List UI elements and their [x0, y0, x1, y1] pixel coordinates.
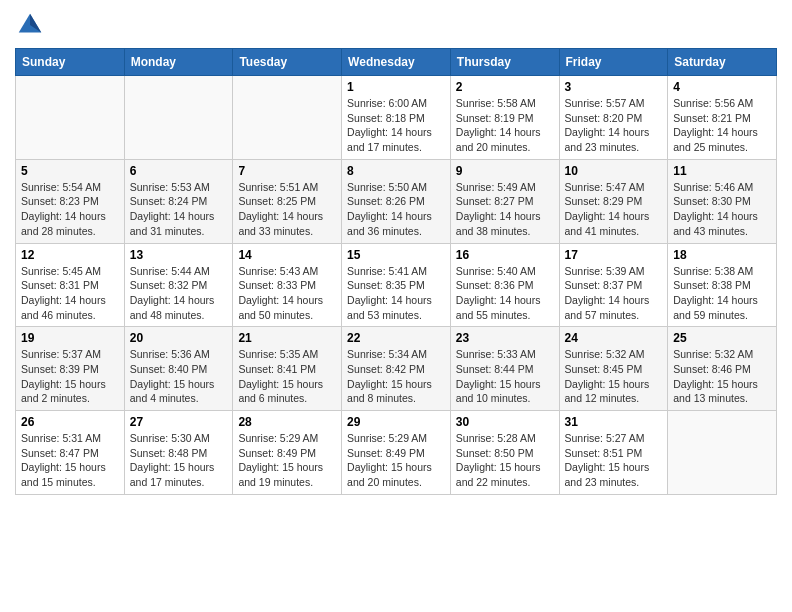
- day-info: Sunrise: 5:45 AM Sunset: 8:31 PM Dayligh…: [21, 264, 119, 323]
- calendar-cell: [16, 76, 125, 160]
- calendar-cell: 16Sunrise: 5:40 AM Sunset: 8:36 PM Dayli…: [450, 243, 559, 327]
- calendar-cell: 20Sunrise: 5:36 AM Sunset: 8:40 PM Dayli…: [124, 327, 233, 411]
- calendar-cell: 6Sunrise: 5:53 AM Sunset: 8:24 PM Daylig…: [124, 159, 233, 243]
- day-number: 1: [347, 80, 445, 94]
- week-row-2: 5Sunrise: 5:54 AM Sunset: 8:23 PM Daylig…: [16, 159, 777, 243]
- day-info: Sunrise: 5:43 AM Sunset: 8:33 PM Dayligh…: [238, 264, 336, 323]
- calendar-cell: 19Sunrise: 5:37 AM Sunset: 8:39 PM Dayli…: [16, 327, 125, 411]
- page-header: [15, 10, 777, 40]
- header-tuesday: Tuesday: [233, 49, 342, 76]
- day-info: Sunrise: 6:00 AM Sunset: 8:18 PM Dayligh…: [347, 96, 445, 155]
- day-number: 2: [456, 80, 554, 94]
- day-info: Sunrise: 5:56 AM Sunset: 8:21 PM Dayligh…: [673, 96, 771, 155]
- day-number: 9: [456, 164, 554, 178]
- day-number: 29: [347, 415, 445, 429]
- day-info: Sunrise: 5:57 AM Sunset: 8:20 PM Dayligh…: [565, 96, 663, 155]
- week-row-3: 12Sunrise: 5:45 AM Sunset: 8:31 PM Dayli…: [16, 243, 777, 327]
- day-number: 31: [565, 415, 663, 429]
- day-number: 8: [347, 164, 445, 178]
- day-number: 15: [347, 248, 445, 262]
- day-number: 6: [130, 164, 228, 178]
- day-info: Sunrise: 5:47 AM Sunset: 8:29 PM Dayligh…: [565, 180, 663, 239]
- calendar-cell: 26Sunrise: 5:31 AM Sunset: 8:47 PM Dayli…: [16, 411, 125, 495]
- calendar-cell: 17Sunrise: 5:39 AM Sunset: 8:37 PM Dayli…: [559, 243, 668, 327]
- calendar-cell: 31Sunrise: 5:27 AM Sunset: 8:51 PM Dayli…: [559, 411, 668, 495]
- day-number: 21: [238, 331, 336, 345]
- day-number: 14: [238, 248, 336, 262]
- calendar-cell: 22Sunrise: 5:34 AM Sunset: 8:42 PM Dayli…: [342, 327, 451, 411]
- day-number: 7: [238, 164, 336, 178]
- day-info: Sunrise: 5:50 AM Sunset: 8:26 PM Dayligh…: [347, 180, 445, 239]
- calendar-cell: 21Sunrise: 5:35 AM Sunset: 8:41 PM Dayli…: [233, 327, 342, 411]
- calendar-cell: 11Sunrise: 5:46 AM Sunset: 8:30 PM Dayli…: [668, 159, 777, 243]
- day-number: 16: [456, 248, 554, 262]
- logo-icon: [15, 10, 45, 40]
- day-info: Sunrise: 5:53 AM Sunset: 8:24 PM Dayligh…: [130, 180, 228, 239]
- day-info: Sunrise: 5:32 AM Sunset: 8:45 PM Dayligh…: [565, 347, 663, 406]
- calendar-cell: 9Sunrise: 5:49 AM Sunset: 8:27 PM Daylig…: [450, 159, 559, 243]
- week-row-5: 26Sunrise: 5:31 AM Sunset: 8:47 PM Dayli…: [16, 411, 777, 495]
- day-number: 4: [673, 80, 771, 94]
- calendar-cell: 3Sunrise: 5:57 AM Sunset: 8:20 PM Daylig…: [559, 76, 668, 160]
- day-info: Sunrise: 5:31 AM Sunset: 8:47 PM Dayligh…: [21, 431, 119, 490]
- calendar-cell: 10Sunrise: 5:47 AM Sunset: 8:29 PM Dayli…: [559, 159, 668, 243]
- day-number: 25: [673, 331, 771, 345]
- day-number: 30: [456, 415, 554, 429]
- day-info: Sunrise: 5:39 AM Sunset: 8:37 PM Dayligh…: [565, 264, 663, 323]
- day-info: Sunrise: 5:41 AM Sunset: 8:35 PM Dayligh…: [347, 264, 445, 323]
- header-sunday: Sunday: [16, 49, 125, 76]
- calendar-cell: 15Sunrise: 5:41 AM Sunset: 8:35 PM Dayli…: [342, 243, 451, 327]
- day-info: Sunrise: 5:34 AM Sunset: 8:42 PM Dayligh…: [347, 347, 445, 406]
- calendar-cell: 1Sunrise: 6:00 AM Sunset: 8:18 PM Daylig…: [342, 76, 451, 160]
- day-number: 26: [21, 415, 119, 429]
- day-number: 13: [130, 248, 228, 262]
- day-info: Sunrise: 5:29 AM Sunset: 8:49 PM Dayligh…: [238, 431, 336, 490]
- calendar-cell: 24Sunrise: 5:32 AM Sunset: 8:45 PM Dayli…: [559, 327, 668, 411]
- calendar-cell: 7Sunrise: 5:51 AM Sunset: 8:25 PM Daylig…: [233, 159, 342, 243]
- calendar-cell: 13Sunrise: 5:44 AM Sunset: 8:32 PM Dayli…: [124, 243, 233, 327]
- day-info: Sunrise: 5:29 AM Sunset: 8:49 PM Dayligh…: [347, 431, 445, 490]
- header-friday: Friday: [559, 49, 668, 76]
- header-thursday: Thursday: [450, 49, 559, 76]
- calendar-cell: 14Sunrise: 5:43 AM Sunset: 8:33 PM Dayli…: [233, 243, 342, 327]
- calendar-cell: 25Sunrise: 5:32 AM Sunset: 8:46 PM Dayli…: [668, 327, 777, 411]
- day-info: Sunrise: 5:30 AM Sunset: 8:48 PM Dayligh…: [130, 431, 228, 490]
- day-info: Sunrise: 5:35 AM Sunset: 8:41 PM Dayligh…: [238, 347, 336, 406]
- week-row-4: 19Sunrise: 5:37 AM Sunset: 8:39 PM Dayli…: [16, 327, 777, 411]
- calendar-cell: 18Sunrise: 5:38 AM Sunset: 8:38 PM Dayli…: [668, 243, 777, 327]
- week-row-1: 1Sunrise: 6:00 AM Sunset: 8:18 PM Daylig…: [16, 76, 777, 160]
- calendar-cell: [668, 411, 777, 495]
- calendar-cell: 12Sunrise: 5:45 AM Sunset: 8:31 PM Dayli…: [16, 243, 125, 327]
- day-number: 11: [673, 164, 771, 178]
- day-info: Sunrise: 5:51 AM Sunset: 8:25 PM Dayligh…: [238, 180, 336, 239]
- logo: [15, 10, 49, 40]
- calendar-cell: 4Sunrise: 5:56 AM Sunset: 8:21 PM Daylig…: [668, 76, 777, 160]
- calendar-cell: 27Sunrise: 5:30 AM Sunset: 8:48 PM Dayli…: [124, 411, 233, 495]
- day-number: 10: [565, 164, 663, 178]
- day-info: Sunrise: 5:58 AM Sunset: 8:19 PM Dayligh…: [456, 96, 554, 155]
- day-info: Sunrise: 5:44 AM Sunset: 8:32 PM Dayligh…: [130, 264, 228, 323]
- day-number: 28: [238, 415, 336, 429]
- calendar-cell: [124, 76, 233, 160]
- day-info: Sunrise: 5:40 AM Sunset: 8:36 PM Dayligh…: [456, 264, 554, 323]
- day-info: Sunrise: 5:33 AM Sunset: 8:44 PM Dayligh…: [456, 347, 554, 406]
- calendar-cell: 2Sunrise: 5:58 AM Sunset: 8:19 PM Daylig…: [450, 76, 559, 160]
- day-number: 3: [565, 80, 663, 94]
- day-number: 27: [130, 415, 228, 429]
- day-info: Sunrise: 5:38 AM Sunset: 8:38 PM Dayligh…: [673, 264, 771, 323]
- day-number: 22: [347, 331, 445, 345]
- day-number: 24: [565, 331, 663, 345]
- calendar-table: SundayMondayTuesdayWednesdayThursdayFrid…: [15, 48, 777, 495]
- calendar-cell: 8Sunrise: 5:50 AM Sunset: 8:26 PM Daylig…: [342, 159, 451, 243]
- day-info: Sunrise: 5:49 AM Sunset: 8:27 PM Dayligh…: [456, 180, 554, 239]
- day-info: Sunrise: 5:32 AM Sunset: 8:46 PM Dayligh…: [673, 347, 771, 406]
- header-monday: Monday: [124, 49, 233, 76]
- day-info: Sunrise: 5:28 AM Sunset: 8:50 PM Dayligh…: [456, 431, 554, 490]
- day-number: 5: [21, 164, 119, 178]
- calendar-header-row: SundayMondayTuesdayWednesdayThursdayFrid…: [16, 49, 777, 76]
- header-wednesday: Wednesday: [342, 49, 451, 76]
- day-number: 18: [673, 248, 771, 262]
- day-number: 20: [130, 331, 228, 345]
- calendar-cell: 23Sunrise: 5:33 AM Sunset: 8:44 PM Dayli…: [450, 327, 559, 411]
- header-saturday: Saturday: [668, 49, 777, 76]
